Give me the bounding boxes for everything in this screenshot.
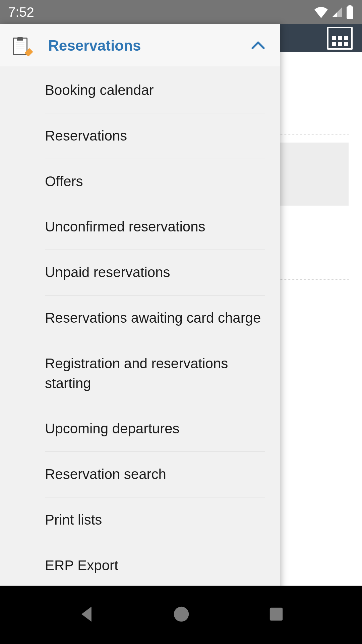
recent-apps-icon[interactable] <box>268 606 284 623</box>
svg-rect-3 <box>269 608 282 621</box>
drawer-item-unconfirmed-reservations[interactable]: Unconfirmed reservations <box>45 204 265 250</box>
drawer-item-reservations-awaiting-card-charge[interactable]: Reservations awaiting card charge <box>45 296 265 341</box>
battery-icon <box>346 5 354 19</box>
drawer-item-reservation-search[interactable]: Reservation search <box>45 452 265 497</box>
svg-rect-1 <box>348 5 352 7</box>
nav-drawer: Reservations Booking calendar Reservatio… <box>0 24 280 618</box>
system-nav-bar <box>0 586 362 644</box>
calendar-grid-icon[interactable] <box>327 27 353 50</box>
drawer-item-reservations[interactable]: Reservations <box>45 113 265 159</box>
drawer-header-reservations[interactable]: Reservations <box>0 24 280 66</box>
drawer-list: Booking calendar Reservations Offers Unc… <box>0 66 280 589</box>
drawer-item-registration-reservations-starting[interactable]: Registration and reservations starting <box>45 341 265 407</box>
wifi-icon <box>314 6 328 18</box>
drawer-item-offers[interactable]: Offers <box>45 159 265 205</box>
signal-icon <box>331 6 343 18</box>
grid-inner <box>332 36 348 46</box>
drawer-item-erp-export[interactable]: ERP Export <box>45 543 265 589</box>
drawer-item-upcoming-departures[interactable]: Upcoming departures <box>45 406 265 452</box>
clipboard-icon <box>12 36 29 55</box>
status-bar: 7:52 <box>0 0 362 24</box>
chevron-up-icon[interactable] <box>251 41 265 50</box>
status-icons <box>314 5 354 19</box>
svg-rect-0 <box>347 6 353 19</box>
status-time: 7:52 <box>8 5 34 20</box>
drawer-item-booking-calendar[interactable]: Booking calendar <box>45 66 265 113</box>
svg-point-2 <box>174 607 189 622</box>
drawer-item-print-lists[interactable]: Print lists <box>45 497 265 543</box>
home-icon[interactable] <box>173 605 190 624</box>
back-icon[interactable] <box>78 605 95 624</box>
drawer-item-unpaid-reservations[interactable]: Unpaid reservations <box>45 250 265 296</box>
drawer-title: Reservations <box>48 37 141 54</box>
